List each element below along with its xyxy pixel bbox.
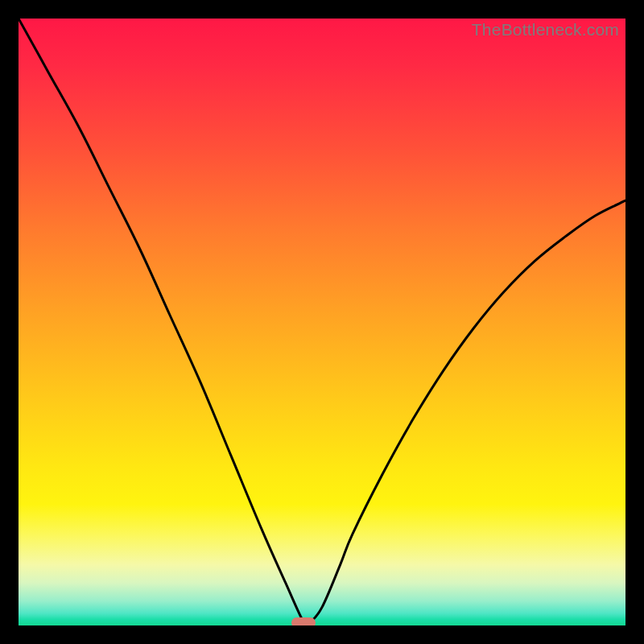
watermark-text: TheBottleneck.com bbox=[472, 20, 619, 39]
optimal-point-marker bbox=[291, 617, 316, 625]
curve-layer bbox=[19, 19, 625, 625]
plot-area: TheBottleneck.com bbox=[19, 19, 625, 625]
chart-frame: TheBottleneck.com bbox=[0, 0, 644, 644]
bottleneck-curve bbox=[19, 19, 625, 625]
